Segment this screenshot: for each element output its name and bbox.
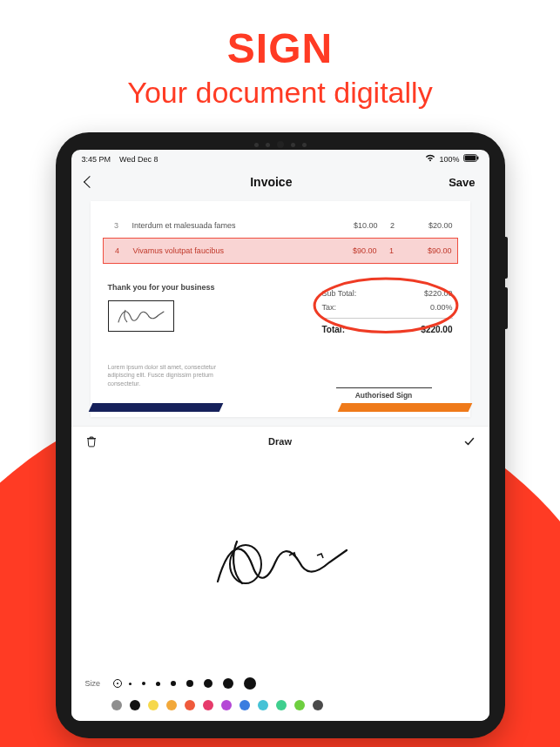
invoice-line-item: 3Interdum et malesuada fames$10.002$20.0… <box>103 213 458 238</box>
status-bar: 3:45 PM Wed Dec 8 100% <box>71 150 489 166</box>
annotation-circle-icon <box>310 276 462 339</box>
tablet-frame: 3:45 PM Wed Dec 8 100% Invoice Save 3Int… <box>56 132 505 738</box>
volume-up-button <box>505 237 508 279</box>
svg-rect-2 <box>477 157 478 160</box>
color-swatch[interactable] <box>130 700 140 710</box>
back-button[interactable] <box>83 176 95 188</box>
color-swatch[interactable] <box>148 700 159 710</box>
line-qty: 2 <box>378 221 408 230</box>
color-swatch[interactable] <box>111 700 122 710</box>
footer-bar-blue <box>88 403 223 412</box>
line-num: 4 <box>109 246 126 255</box>
draw-panel-title: Draw <box>268 436 292 447</box>
confirm-signature-button[interactable] <box>463 435 476 448</box>
color-swatch[interactable] <box>221 700 232 710</box>
color-swatch[interactable] <box>240 700 250 710</box>
color-swatch[interactable] <box>166 700 177 710</box>
brush-size-option[interactable] <box>223 678 233 689</box>
totals-block: Sub Total: $220.00 Tax: 0.00% Total: $22… <box>322 283 453 340</box>
svg-rect-1 <box>464 156 476 161</box>
color-swatch[interactable] <box>258 700 268 710</box>
size-label: Size <box>85 679 108 688</box>
color-swatch[interactable] <box>276 700 287 710</box>
wifi-icon <box>425 154 435 164</box>
status-date: Wed Dec 8 <box>119 155 158 164</box>
hero-subtitle: Your document digitally <box>0 76 560 110</box>
signature-draw-panel: Draw Size <box>71 426 489 721</box>
line-desc: Interdum et malesuada fames <box>125 221 333 230</box>
line-price: $90.00 <box>332 246 377 255</box>
navbar: Invoice Save <box>71 166 489 201</box>
signature-canvas[interactable] <box>71 456 489 672</box>
line-total: $20.00 <box>408 221 453 230</box>
save-button[interactable]: Save <box>449 176 475 189</box>
hero-title: SIGN <box>0 24 560 72</box>
color-row <box>71 695 489 721</box>
color-swatch[interactable] <box>185 700 195 710</box>
hero: SIGN Your document digitally <box>0 0 560 110</box>
signature-drawing-icon <box>202 529 359 599</box>
brush-size-option[interactable] <box>186 680 193 687</box>
thanks-message: Thank you for your business <box>108 283 280 292</box>
brush-size-option[interactable] <box>171 681 176 686</box>
svg-point-3 <box>314 279 457 332</box>
line-qty: 1 <box>377 246 407 255</box>
document-preview[interactable]: 3Interdum et malesuada fames$10.002$20.0… <box>91 201 470 417</box>
brush-size-option[interactable] <box>156 682 160 686</box>
footer-note: Lorem ipsum dolor sit amet, consectetur … <box>103 363 225 387</box>
invoice-line-item: 4Vivamus volutpat faucibus$90.001$90.00 <box>103 238 458 264</box>
clear-signature-button[interactable] <box>85 435 98 448</box>
status-left: 3:45 PM Wed Dec 8 <box>82 155 159 164</box>
brush-size-row: Size <box>71 672 489 695</box>
screen: 3:45 PM Wed Dec 8 100% Invoice Save 3Int… <box>71 150 489 721</box>
battery-icon <box>463 154 479 164</box>
page-title: Invoice <box>250 175 292 189</box>
status-time: 3:45 PM <box>82 155 111 164</box>
volume-down-button <box>505 287 508 329</box>
line-desc: Vivamus volutpat faucibus <box>126 246 332 255</box>
brush-size-option[interactable] <box>244 677 256 690</box>
line-num: 3 <box>108 221 125 230</box>
camera-bar <box>254 141 307 148</box>
color-swatch[interactable] <box>294 700 305 710</box>
status-right: 100% <box>425 154 478 164</box>
brush-size-option[interactable] <box>142 682 145 685</box>
color-swatch[interactable] <box>313 700 323 710</box>
signature-placeholder[interactable] <box>108 300 174 332</box>
line-price: $10.00 <box>333 221 378 230</box>
battery-pct: 100% <box>439 155 459 164</box>
footer-bar-orange <box>337 403 472 412</box>
brush-size-option[interactable] <box>204 679 213 688</box>
brush-size-option[interactable] <box>129 683 132 685</box>
brush-size-option[interactable] <box>117 683 118 684</box>
authorised-sign-label: Authorised Sign <box>336 387 432 400</box>
line-total: $90.00 <box>407 246 452 255</box>
color-swatch[interactable] <box>203 700 213 710</box>
signature-small-icon <box>115 305 167 327</box>
